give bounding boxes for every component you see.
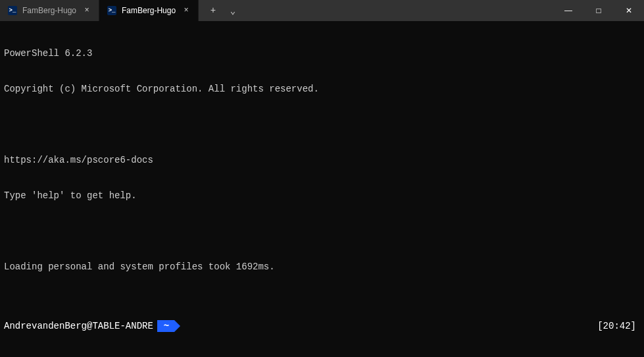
close-icon[interactable]: ×: [181, 5, 191, 16]
close-button[interactable]: ✕: [614, 0, 644, 21]
timestamp: [20:42]: [597, 320, 640, 332]
tab-1[interactable]: >_ FamBerg-Hugo ×: [0, 0, 99, 21]
titlebar: >_ FamBerg-Hugo × >_ FamBerg-Hugo × + ⌄ …: [0, 0, 644, 21]
drag-region[interactable]: [238, 0, 553, 21]
powershell-icon: >_: [107, 6, 116, 15]
new-tab-button[interactable]: +: [208, 5, 218, 16]
profile-load-msg: Loading personal and system profiles too…: [4, 261, 275, 273]
tab-actions: + ⌄: [199, 0, 238, 21]
terminal-output[interactable]: PowerShell 6.2.3 Copyright (c) Microsoft…: [0, 21, 644, 357]
ps-copyright: Copyright (c) Microsoft Corporation. All…: [4, 83, 319, 95]
ps-docs-url: https://aka.ms/pscore6-docs: [4, 154, 153, 166]
user-host: AndrevandenBerg@TABLE-ANDRE: [4, 320, 153, 332]
tab-2[interactable]: >_ FamBerg-Hugo ×: [99, 0, 199, 21]
ps-version: PowerShell 6.2.3: [4, 47, 92, 59]
maximize-button[interactable]: □: [583, 0, 614, 21]
minimize-button[interactable]: —: [553, 0, 583, 21]
tabs: >_ FamBerg-Hugo × >_ FamBerg-Hugo ×: [0, 0, 199, 21]
prompt-line: AndrevandenBerg@TABLE-ANDRE ~ [20:42]: [4, 320, 640, 332]
tab-title: FamBerg-Hugo: [122, 6, 176, 15]
close-icon[interactable]: ×: [82, 5, 92, 16]
tab-title: FamBerg-Hugo: [22, 6, 76, 15]
ps-help-hint: Type 'help' to get help.: [4, 190, 137, 202]
powershell-icon: >_: [8, 6, 17, 15]
tab-dropdown-button[interactable]: ⌄: [228, 5, 238, 16]
window-controls: — □ ✕: [553, 0, 644, 21]
path-segment-home: ~: [157, 320, 174, 332]
home-icon: ~: [164, 320, 169, 332]
